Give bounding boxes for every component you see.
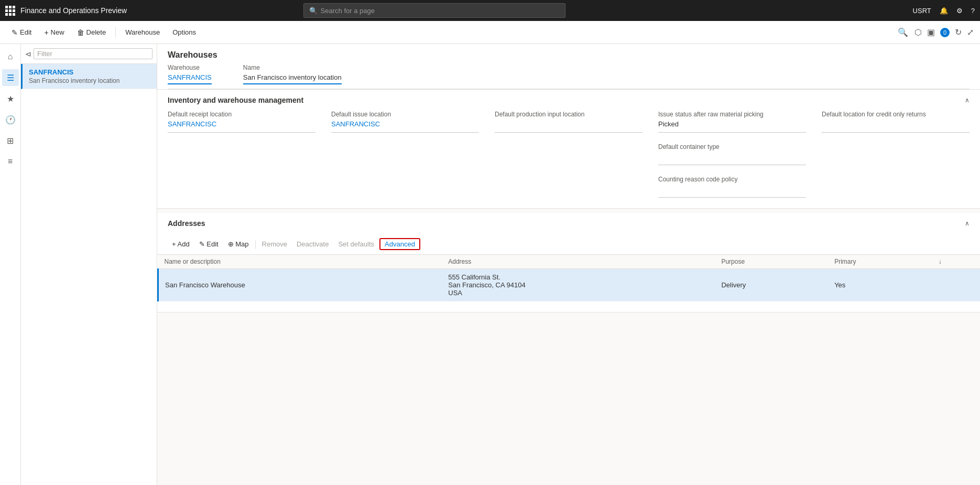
global-search[interactable]: 🔍: [303, 3, 565, 18]
addresses-tbody: San Francisco Warehouse 555 California S…: [158, 269, 981, 301]
field-label-counting: Counting reason code policy: [658, 176, 806, 183]
notifications-icon[interactable]: 🔔: [940, 7, 948, 15]
map-address-button[interactable]: ⊕ Map: [224, 238, 253, 250]
search-icon: 🔍: [309, 7, 318, 15]
empty-cell-5: [168, 176, 315, 198]
field-label-issue-status: Issue status after raw material picking: [658, 111, 806, 118]
field-value-issue[interactable]: SANFRANCISC: [331, 120, 479, 133]
col-header-purpose: Purpose: [715, 255, 828, 269]
addresses-toolbar: + Add ✎ Edit ⊕ Map Remove Deactivate Set…: [157, 234, 980, 255]
field-production-input: Default production input location: [495, 111, 643, 133]
col-header-primary: Primary: [828, 255, 932, 269]
side-recent-icon[interactable]: 🕐: [2, 111, 19, 128]
edit-button[interactable]: ✎ Edit: [6, 26, 37, 39]
addresses-section-header[interactable]: Addresses ∧: [157, 213, 980, 234]
field-default-issue: Default issue location SANFRANCISC: [331, 111, 479, 133]
inventory-section-header[interactable]: Inventory and warehouse management ∧: [157, 90, 980, 111]
notifications-badge[interactable]: 0: [940, 28, 950, 37]
app-layout: ⌂ ☰ ★ 🕐 ⊞ ≡ ⊲ SANFRANCIS San Francisco i…: [0, 44, 980, 485]
table-header-row: Name or description Address Purpose Prim…: [158, 255, 981, 269]
field-value-counting[interactable]: [658, 185, 806, 198]
delete-button[interactable]: 🗑 Delete: [72, 26, 112, 39]
addr-toolbar-divider: [255, 240, 256, 249]
main-content: Warehouses Warehouse SANFRANCIS Name San…: [157, 44, 980, 485]
warehouses-header-section: Warehouses Warehouse SANFRANCIS Name San…: [157, 44, 980, 90]
sort-down-icon: ↓: [939, 258, 942, 265]
side-home-icon[interactable]: ⌂: [2, 48, 19, 65]
topbar-right: USRT 🔔 ⚙ ?: [913, 7, 975, 15]
warehouse-header-row: Warehouse SANFRANCIS Name San Francisco …: [157, 60, 980, 89]
cell-extra: [932, 269, 980, 301]
inventory-section: Inventory and warehouse management ∧ Def…: [157, 90, 980, 209]
advanced-button[interactable]: Advanced: [379, 238, 420, 250]
empty-cell-7: [495, 176, 643, 198]
help-icon[interactable]: ?: [971, 7, 975, 15]
addresses-section: Addresses ∧ + Add ✎ Edit ⊕ Map Remove: [157, 213, 980, 312]
warehouse-col-label: Warehouse: [168, 64, 212, 71]
remove-address-button[interactable]: Remove: [258, 238, 291, 250]
search-input[interactable]: [321, 7, 560, 15]
side-modules-icon[interactable]: ≡: [2, 153, 19, 170]
map-address-label: ⊕ Map: [228, 240, 249, 248]
filter-icon[interactable]: ⊲: [25, 50, 31, 58]
options-button[interactable]: Options: [167, 26, 201, 38]
advanced-label: Advanced: [385, 240, 415, 248]
side-workspaces-icon[interactable]: ⊞: [2, 132, 19, 149]
list-item-code: SANFRANCIS: [29, 68, 150, 76]
user-label[interactable]: USRT: [913, 7, 931, 15]
remove-address-label: Remove: [262, 240, 287, 248]
warehouse-code-value[interactable]: SANFRANCIS: [168, 73, 212, 84]
field-credit-returns: Default location for credit only returns: [822, 111, 970, 133]
field-value-credit[interactable]: [822, 120, 970, 133]
addresses-table-wrap: Name or description Address Purpose Prim…: [157, 255, 980, 312]
set-defaults-label: Set defaults: [338, 240, 374, 248]
field-label-receipt: Default receipt location: [168, 111, 315, 118]
new-button[interactable]: + New: [39, 26, 69, 39]
app-title: Finance and Operations Preview: [20, 6, 127, 15]
col-header-address: Address: [442, 255, 715, 269]
add-address-label: + Add: [172, 240, 190, 248]
list-item[interactable]: SANFRANCIS San Francisco inventory locat…: [21, 64, 157, 89]
filter-input-wrap[interactable]: [34, 48, 153, 59]
warehouse-button[interactable]: Warehouse: [120, 26, 165, 38]
table-row[interactable]: San Francisco Warehouse 555 California S…: [158, 269, 981, 301]
edit-address-label: ✎ Edit: [199, 240, 219, 248]
inventory-section-content: Default receipt location SANFRANCISC Def…: [157, 111, 980, 208]
addresses-section-title: Addresses: [168, 219, 205, 228]
toolbar-search-icon[interactable]: 🔍: [898, 27, 908, 37]
field-value-production[interactable]: [495, 120, 643, 133]
warehouse-name-col: Name San Francisco inventory location: [243, 64, 342, 84]
field-value-container[interactable]: [658, 153, 806, 165]
deactivate-address-button[interactable]: Deactivate: [292, 238, 333, 250]
waffle-icon[interactable]: [5, 6, 15, 16]
field-issue-status: Issue status after raw material picking …: [658, 111, 806, 133]
top-bar: Finance and Operations Preview 🔍 USRT 🔔 …: [0, 0, 980, 21]
set-defaults-button[interactable]: Set defaults: [334, 238, 378, 250]
toolbar-divider: [115, 27, 116, 38]
side-filter-icon[interactable]: ☰: [2, 69, 19, 86]
maximize-icon[interactable]: ⤢: [967, 27, 974, 37]
field-label-container: Default container type: [658, 143, 806, 150]
empty-cell-1: [168, 143, 315, 165]
field-value-issue-status[interactable]: Picked: [658, 120, 806, 133]
view-icon-2[interactable]: ▣: [927, 27, 935, 37]
edit-address-button[interactable]: ✎ Edit: [195, 238, 223, 250]
warehouse-name-value[interactable]: San Francisco inventory location: [243, 73, 342, 84]
empty-cell-6: [331, 176, 479, 198]
side-icons: ⌂ ☰ ★ 🕐 ⊞ ≡: [0, 44, 21, 485]
delete-icon: 🗑: [77, 28, 84, 37]
side-favorites-icon[interactable]: ★: [2, 90, 19, 107]
view-icon-1[interactable]: ⬡: [914, 27, 922, 37]
field-label-production: Default production input location: [495, 111, 643, 118]
field-default-receipt: Default receipt location SANFRANCISC: [168, 111, 315, 133]
cell-primary: Yes: [828, 269, 932, 301]
col-header-sort[interactable]: ↓: [932, 255, 980, 269]
field-counting-policy: Counting reason code policy: [658, 176, 806, 198]
field-label-credit: Default location for credit only returns: [822, 111, 970, 118]
filter-input[interactable]: [37, 50, 149, 58]
edit-icon: ✎: [12, 28, 18, 37]
refresh-icon[interactable]: ↻: [955, 27, 962, 37]
field-value-receipt[interactable]: SANFRANCISC: [168, 120, 315, 133]
settings-icon[interactable]: ⚙: [956, 7, 963, 15]
add-address-button[interactable]: + Add: [168, 238, 194, 250]
